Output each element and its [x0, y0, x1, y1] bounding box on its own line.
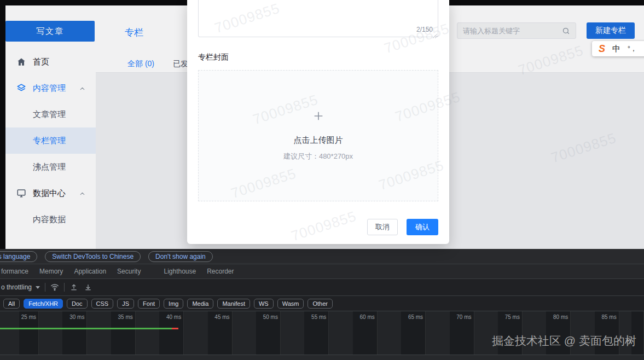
timeline-red-marker — [172, 328, 178, 329]
timeline-tick: 70 ms — [426, 311, 474, 355]
timeline-tick: 65 ms — [378, 311, 426, 355]
throttling-select[interactable]: o throttling — [0, 283, 40, 291]
tab-memory[interactable]: Memory — [34, 268, 68, 275]
sogou-logo-icon[interactable]: S — [599, 43, 605, 55]
filter-other[interactable]: Other — [308, 299, 333, 309]
timeline-tick: 30 ms — [39, 311, 87, 355]
filter-css[interactable]: CSS — [91, 299, 114, 309]
devtools-tabbar: formance Memory Application Security Lig… — [0, 264, 644, 279]
timeline-green-bar — [0, 328, 173, 329]
filter-manifest[interactable]: Manifest — [217, 299, 250, 309]
filter-doc[interactable]: Doc — [67, 299, 88, 309]
import-har-icon[interactable] — [69, 283, 78, 292]
cancel-button[interactable]: 取消 — [367, 219, 398, 235]
upload-hint: 建议尺寸：480*270px — [283, 152, 353, 161]
filter-fetch-xhr[interactable]: Fetch/XHR — [24, 299, 63, 309]
filter-media[interactable]: Media — [187, 299, 213, 309]
timeline-tick: 60 ms — [329, 311, 377, 355]
filter-font[interactable]: Font — [138, 299, 160, 309]
timeline-tick: 55 ms — [281, 311, 329, 355]
request-type-filters: All Fetch/XHR Doc CSS JS Font Img Media … — [0, 296, 644, 311]
tab-performance[interactable]: formance — [0, 268, 34, 275]
filter-js[interactable]: JS — [117, 299, 134, 309]
devtools-panel: ne's language Switch DevTools to Chinese… — [0, 249, 644, 360]
confirm-button[interactable]: 确认 — [407, 219, 438, 235]
export-har-icon[interactable] — [84, 283, 92, 292]
network-conditions-icon[interactable] — [50, 283, 59, 292]
watermark-credit: 掘金技术社区 @ 卖面包的树 — [492, 333, 636, 349]
timeline-tick: 40 ms — [136, 311, 184, 355]
switch-devtools-chinese-button[interactable]: Switch DevTools to Chinese — [45, 251, 141, 262]
devtools-language-infobar: ne's language Switch DevTools to Chinese… — [0, 249, 644, 264]
dont-show-again-button[interactable]: Don't show again — [148, 251, 213, 262]
ime-toolbar: S 中 °， — [592, 41, 644, 56]
upload-text: 点击上传图片 — [294, 135, 343, 146]
column-description-textarea[interactable]: 2/150 — [198, 0, 438, 37]
toolbar-divider — [64, 283, 65, 292]
toolbar-divider — [45, 283, 45, 292]
tab-recorder[interactable]: Recorder — [201, 268, 239, 275]
timeline-tick: 35 ms — [87, 311, 135, 355]
tab-application[interactable]: Application — [68, 268, 112, 275]
network-overview-timeline[interactable]: 25 ms 30 ms 35 ms 40 ms 45 ms 50 ms 55 m… — [0, 311, 644, 355]
throttling-label: o throttling — [1, 283, 32, 291]
filter-all-requests[interactable]: All — [3, 299, 20, 309]
filter-img[interactable]: Img — [164, 299, 183, 309]
filter-ws[interactable]: WS — [254, 299, 274, 309]
devtools-bottom-bar — [0, 355, 644, 360]
tab-security[interactable]: Security — [112, 268, 146, 275]
resize-handle-icon[interactable] — [432, 31, 437, 36]
ime-language-toggle[interactable]: 中 — [612, 44, 620, 54]
char-counter: 2/150 — [416, 26, 433, 33]
ime-punctuation-toggle[interactable]: °， — [628, 44, 637, 54]
cover-label: 专栏封面 — [198, 53, 229, 62]
timeline-tick: 25 ms — [0, 311, 39, 355]
new-column-modal: 2/150 专栏封面 点击上传图片 建议尺寸：480*270px 取消 确认 — [187, 0, 449, 244]
network-toolbar: o throttling — [0, 279, 644, 296]
plus-icon — [312, 110, 324, 122]
screen: 写文章 首页 内容管理 文 — [0, 0, 644, 360]
chevron-down-icon — [36, 286, 40, 289]
modal-footer: 取消 确认 — [367, 219, 438, 235]
timeline-tick: 45 ms — [184, 311, 232, 355]
filter-wasm[interactable]: Wasm — [277, 299, 304, 309]
cover-upload-area[interactable]: 点击上传图片 建议尺寸：480*270px — [198, 70, 438, 201]
tab-lighthouse[interactable]: Lighthouse — [158, 268, 201, 275]
timeline-tick: 50 ms — [233, 311, 281, 355]
match-language-button[interactable]: ne's language — [0, 251, 37, 262]
